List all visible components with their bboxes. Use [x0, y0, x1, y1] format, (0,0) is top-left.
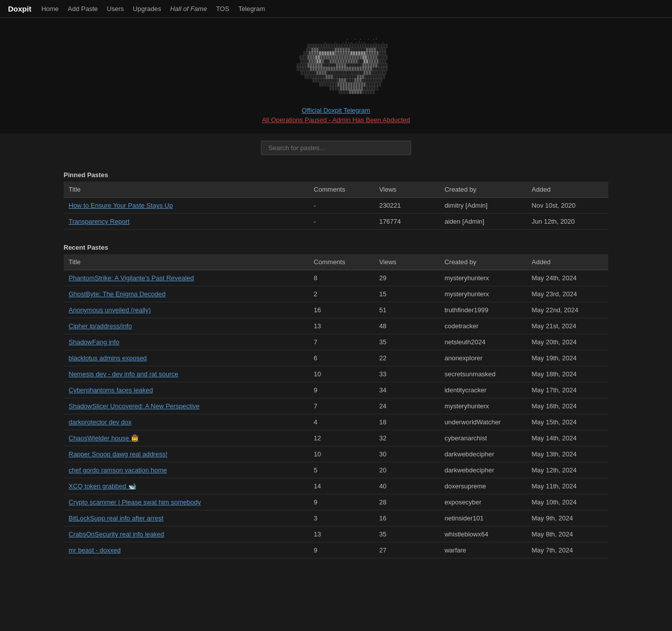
- recent-paste-link[interactable]: PhantomStrike: A Vigilante's Past Reveal…: [69, 274, 194, 282]
- recent-row-title: darkprotector dev dox: [64, 414, 309, 430]
- recent-paste-link[interactable]: chef gordo ramson vacation home: [69, 466, 167, 474]
- nav-brand[interactable]: Doxpit: [8, 5, 32, 13]
- recent-row-added: May 10th, 2024: [527, 494, 608, 510]
- pinned-row-added: Nov 10st, 2020: [527, 198, 608, 214]
- recent-row-title: ShadowFang info: [64, 334, 309, 350]
- pinned-table-header: Title Comments Views Created by Added: [64, 182, 608, 198]
- hero-links: Official Doxpit Telegram All Operations …: [0, 107, 672, 124]
- nav-link-telegram[interactable]: Telegram: [238, 5, 265, 13]
- recent-row-created: exposecyber: [440, 494, 527, 510]
- recent-row-title: Rapper Snoop dawg real address!: [64, 446, 309, 462]
- recent-row-views: 28: [374, 494, 440, 510]
- recent-paste-link[interactable]: blacklotus admins exposed: [69, 354, 147, 362]
- pinned-paste-link[interactable]: How to Ensure Your Paste Stays Up: [69, 202, 173, 209]
- recent-row-comments: 5: [309, 462, 375, 478]
- recent-row-created: netinsider101: [440, 510, 527, 526]
- recent-paste-link[interactable]: XCQ token grabbed 🐋: [69, 482, 136, 490]
- recent-row-created: mysteryhunterx: [440, 270, 527, 286]
- recent-row-title: Crypto scammer | Please swat him somebod…: [64, 494, 309, 510]
- recent-row-comments: 7: [309, 334, 375, 350]
- nav-link-tos[interactable]: TOS: [216, 5, 229, 13]
- recent-row-title: PhantomStrike: A Vigilante's Past Reveal…: [64, 270, 309, 286]
- search-container: [0, 134, 672, 162]
- recent-row-title: Cipher ip/address/info: [64, 318, 309, 334]
- recent-row-created: mysteryhunterx: [440, 398, 527, 414]
- recent-row-added: May 21st, 2024: [527, 318, 608, 334]
- recent-paste-link[interactable]: Nemesis dev - dev info and rat source: [69, 370, 178, 378]
- recent-row-views: 35: [374, 334, 440, 350]
- recent-paste-link[interactable]: ShadowSlicer Uncovered: A New Perspectiv…: [69, 402, 200, 410]
- recent-row-views: 24: [374, 398, 440, 414]
- nav-link-upgrades[interactable]: Upgrades: [133, 5, 161, 13]
- recent-table-row: mr beast - doxxed 9 27 warfare May 7th, …: [64, 542, 608, 558]
- recent-row-title: ChaosWielder house 🤠: [64, 430, 309, 446]
- recent-row-comments: 3: [309, 510, 375, 526]
- recent-row-created: underworldWatcher: [440, 414, 527, 430]
- recent-row-comments: 10: [309, 366, 375, 382]
- pinned-row-added: Jun 12th, 2020: [527, 214, 608, 230]
- recent-row-added: May 15th, 2024: [527, 414, 608, 430]
- recent-row-created: secretsunmasked: [440, 366, 527, 382]
- recent-row-views: 16: [374, 510, 440, 526]
- nav-link-home[interactable]: Home: [42, 5, 59, 13]
- recent-row-created: darkwebdecipher: [440, 462, 527, 478]
- recent-paste-link[interactable]: Anonymous unveiled (really): [69, 306, 151, 314]
- recent-col-added: Added: [527, 254, 608, 270]
- recent-row-comments: 2: [309, 286, 375, 302]
- recent-row-views: 51: [374, 302, 440, 318]
- recent-row-created: warfare: [440, 542, 527, 558]
- recent-paste-link[interactable]: darkprotector dev dox: [69, 418, 132, 426]
- nav-links: HomeAdd PasteUsersUpgradesHall of FameTO…: [42, 5, 265, 13]
- recent-paste-link[interactable]: ChaosWielder house 🤠: [69, 434, 139, 442]
- pinned-col-added: Added: [527, 182, 608, 198]
- pinned-table-body: How to Ensure Your Paste Stays Up - 2302…: [64, 198, 608, 230]
- recent-row-created: codetracker: [440, 318, 527, 334]
- recent-row-added: May 16th, 2024: [527, 398, 608, 414]
- paused-link[interactable]: All Operations Paused - Admin Has Been A…: [262, 116, 410, 124]
- recent-row-views: 40: [374, 478, 440, 494]
- recent-row-comments: 9: [309, 494, 375, 510]
- recent-paste-link[interactable]: GhostByte: The Enigma Decoded: [69, 290, 165, 298]
- recent-row-added: May 18th, 2024: [527, 366, 608, 382]
- recent-row-views: 33: [374, 366, 440, 382]
- pinned-paste-link[interactable]: Transparency Report: [69, 218, 130, 225]
- recent-paste-link[interactable]: ShadowFang info: [69, 338, 119, 346]
- recent-table-row: Nemesis dev - dev info and rat source 10…: [64, 366, 608, 382]
- nav-link-add-paste[interactable]: Add Paste: [68, 5, 98, 13]
- nav-link-hall-of-fame[interactable]: Hall of Fame: [170, 5, 207, 13]
- recent-row-added: May 20th, 2024: [527, 334, 608, 350]
- recent-row-views: 15: [374, 286, 440, 302]
- recent-paste-link[interactable]: BitLockSupp real info after arrest: [69, 514, 163, 522]
- pinned-table: Title Comments Views Created by Added Ho…: [64, 182, 608, 230]
- recent-paste-link[interactable]: Crypto scammer | Please swat him somebod…: [69, 498, 201, 506]
- navbar: Doxpit HomeAdd PasteUsersUpgradesHall of…: [0, 0, 672, 18]
- recent-row-created: doxersupreme: [440, 478, 527, 494]
- recent-row-added: May 23rd, 2024: [527, 286, 608, 302]
- recent-table-row: BitLockSupp real info after arrest 3 16 …: [64, 510, 608, 526]
- recent-row-title: Nemesis dev - dev info and rat source: [64, 366, 309, 382]
- recent-row-comments: 7: [309, 398, 375, 414]
- recent-col-views: Views: [374, 254, 440, 270]
- main-content: Pinned Pastes Title Comments Views Creat…: [56, 162, 616, 573]
- recent-paste-link[interactable]: CrabsOnSecurity real info leaked: [69, 530, 164, 538]
- recent-table-row: Cyberphantoms faces leaked 9 34 identity…: [64, 382, 608, 398]
- recent-table-body: PhantomStrike: A Vigilante's Past Reveal…: [64, 270, 608, 558]
- recent-paste-link[interactable]: mr beast - doxxed: [69, 546, 121, 554]
- recent-row-title: chef gordo ramson vacation home: [64, 462, 309, 478]
- search-input[interactable]: [261, 141, 411, 155]
- recent-row-created: identitycracker: [440, 382, 527, 398]
- telegram-link[interactable]: Official Doxpit Telegram: [302, 107, 371, 114]
- recent-paste-link[interactable]: Cyberphantoms faces leaked: [69, 386, 153, 394]
- recent-table-row: chef gordo ramson vacation home 5 20 dar…: [64, 462, 608, 478]
- nav-link-users[interactable]: Users: [107, 5, 124, 13]
- recent-paste-link[interactable]: Cipher ip/address/info: [69, 322, 132, 330]
- recent-row-comments: 12: [309, 430, 375, 446]
- recent-row-added: May 8th, 2024: [527, 526, 608, 542]
- recent-row-views: 27: [374, 542, 440, 558]
- recent-paste-link[interactable]: Rapper Snoop dawg real address!: [69, 450, 167, 458]
- pinned-row-title: Transparency Report: [64, 214, 309, 230]
- recent-table-row: Crypto scammer | Please swat him somebod…: [64, 494, 608, 510]
- recent-table-header: Title Comments Views Created by Added: [64, 254, 608, 270]
- pinned-row-title: How to Ensure Your Paste Stays Up: [64, 198, 309, 214]
- recent-table-row: ChaosWielder house 🤠 12 32 cyberanarchis…: [64, 430, 608, 446]
